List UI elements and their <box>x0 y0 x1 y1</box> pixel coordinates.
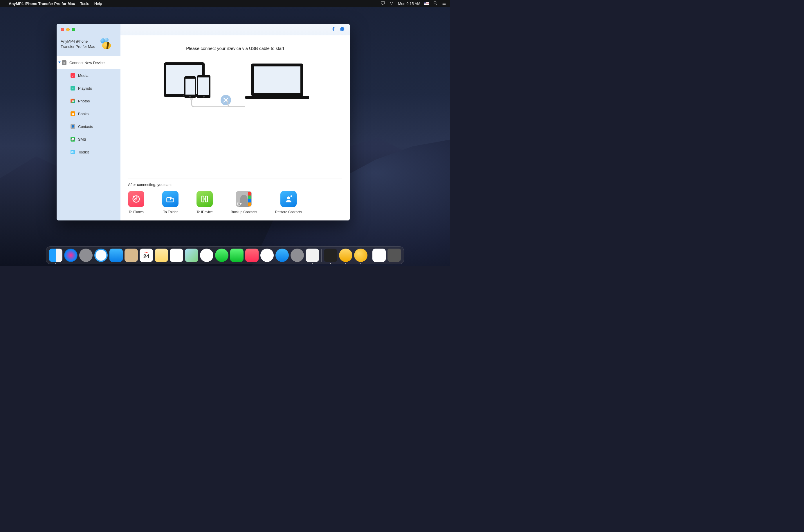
sidebar-item-label: Photos <box>78 99 90 103</box>
svg-point-18 <box>287 196 290 199</box>
dock-siri-icon[interactable] <box>64 249 77 262</box>
dock-app-icon[interactable] <box>339 249 352 262</box>
action-to-itunes[interactable]: To iTunes <box>128 191 144 214</box>
sidebar-item-connect-device[interactable]: ▯ Connect New Device <box>57 56 121 69</box>
action-backup-contacts[interactable]: Backup Contacts <box>231 191 257 214</box>
sidebar-item-label: SMS <box>78 137 86 141</box>
sidebar-item-toolkit[interactable]: 🛍 Toolkit <box>57 146 121 158</box>
dock-trash-icon[interactable] <box>387 249 401 262</box>
sidebar-item-sms[interactable]: 💬 SMS <box>57 133 121 146</box>
sidebar: AnyMP4 iPhone Transfer Pro for Mac ▯ Con… <box>57 24 121 221</box>
dock-reminders-icon[interactable] <box>170 249 183 262</box>
after-title: After connecting, you can: <box>128 183 342 187</box>
sidebar-item-label: Contacts <box>78 125 93 129</box>
svg-rect-13 <box>254 66 300 93</box>
devices-illustration <box>121 59 350 120</box>
action-label: To iDevice <box>197 210 213 214</box>
window-close-button[interactable] <box>61 28 64 31</box>
window-titlebar <box>57 24 121 35</box>
top-strip <box>121 24 350 35</box>
app-brand: AnyMP4 iPhone Transfer Pro for Mac <box>57 35 121 56</box>
playlists-icon: ≡ <box>71 86 75 91</box>
svg-point-0 <box>434 1 436 4</box>
contacts-icon: 👤 <box>71 124 75 129</box>
sms-icon: 💬 <box>71 137 75 141</box>
app-window: AnyMP4 iPhone Transfer Pro for Mac ▯ Con… <box>57 24 350 221</box>
app-title-line1: AnyMP4 iPhone <box>61 39 95 44</box>
status-icon[interactable] <box>389 1 394 6</box>
action-label: To iTunes <box>129 210 144 214</box>
sidebar-item-label: Playlists <box>78 86 92 91</box>
sidebar-item-playlists[interactable]: ≡ Playlists <box>57 82 121 95</box>
action-label: Backup Contacts <box>231 210 257 214</box>
app-logo-icon <box>98 38 112 51</box>
dock-appstore-icon[interactable] <box>275 249 289 262</box>
action-to-folder[interactable]: To Folder <box>162 191 179 214</box>
dock-system-preferences-icon[interactable] <box>291 249 304 262</box>
menubar-item-help[interactable]: Help <box>94 1 102 6</box>
to-idevice-icon <box>197 191 213 207</box>
after-section: After connecting, you can: To iTunes To … <box>121 178 350 221</box>
dock-calendar-icon[interactable]: DEC 24 <box>140 249 153 262</box>
action-label: To Folder <box>163 210 178 214</box>
sidebar-root-label: Connect New Device <box>69 61 105 65</box>
dock-mail-icon[interactable] <box>109 249 123 262</box>
action-to-idevice[interactable]: To iDevice <box>197 191 213 214</box>
to-folder-icon <box>162 191 179 207</box>
restore-contacts-icon <box>280 191 297 207</box>
sidebar-item-books[interactable]: ▣ Books <box>57 107 121 120</box>
sidebar-item-photos[interactable]: ✿ Photos <box>57 95 121 107</box>
dock-anymp4-icon[interactable] <box>354 249 367 262</box>
dock-magnet-icon[interactable] <box>306 249 319 262</box>
dock-finder-icon[interactable] <box>49 249 62 262</box>
svg-rect-8 <box>198 77 209 95</box>
dock-photos-icon[interactable] <box>200 249 213 262</box>
sidebar-item-media[interactable]: ♪ Media <box>57 69 121 82</box>
input-source-flag-icon[interactable] <box>424 2 429 5</box>
toolkit-icon: 🛍 <box>71 150 75 154</box>
connect-message: Please connect your iDevice via USB cabl… <box>186 46 284 51</box>
sidebar-item-contacts[interactable]: 👤 Contacts <box>57 120 121 133</box>
dock-calendar-day: 24 <box>143 254 149 259</box>
sidebar-item-label: Toolkit <box>78 150 89 154</box>
svg-point-6 <box>189 96 191 97</box>
menubar-app-name[interactable]: AnyMP4 iPhone Transfer Pro for Mac <box>9 1 75 6</box>
dock-facetime-icon[interactable] <box>230 249 243 262</box>
photos-icon: ✿ <box>71 99 75 103</box>
dock-contacts-icon[interactable] <box>125 249 138 262</box>
airplay-icon[interactable] <box>381 1 385 6</box>
action-label: Restore Contacts <box>275 210 302 214</box>
dock-itunes-icon[interactable] <box>260 249 274 262</box>
dock-document-icon[interactable] <box>372 249 386 262</box>
dock-news-icon[interactable] <box>245 249 259 262</box>
menubar: AnyMP4 iPhone Transfer Pro for Mac Tools… <box>0 0 450 7</box>
dock-separator <box>321 249 322 262</box>
dock-notes-icon[interactable] <box>155 249 168 262</box>
svg-rect-14 <box>245 96 309 99</box>
window-zoom-button[interactable] <box>72 28 75 31</box>
menubar-clock[interactable]: Mon 9:15 AM <box>398 1 420 6</box>
connect-area: Please connect your iDevice via USB cabl… <box>121 35 350 178</box>
window-minimize-button[interactable] <box>66 28 70 31</box>
dock-maps-icon[interactable] <box>185 249 198 262</box>
menubar-item-tools[interactable]: Tools <box>80 1 89 6</box>
dock-launchpad-icon[interactable] <box>79 249 93 262</box>
svg-rect-5 <box>185 79 195 95</box>
sidebar-item-label: Books <box>78 112 89 116</box>
svg-rect-10 <box>190 98 193 100</box>
dock-messages-icon[interactable] <box>215 249 229 262</box>
main-panel: Please connect your iDevice via USB cabl… <box>121 24 350 221</box>
media-icon: ♪ <box>71 73 75 78</box>
action-restore-contacts[interactable]: Restore Contacts <box>275 191 302 214</box>
svg-point-9 <box>203 96 205 97</box>
device-icon: ▯ <box>62 60 67 65</box>
dock-separator <box>370 249 370 262</box>
notification-center-icon[interactable] <box>442 1 446 6</box>
facebook-icon[interactable] <box>331 27 336 33</box>
sidebar-item-label: Media <box>78 73 88 78</box>
dock: DEC 24 <box>46 246 404 264</box>
feedback-icon[interactable] <box>340 27 345 33</box>
spotlight-icon[interactable] <box>433 1 438 6</box>
dock-safari-icon[interactable] <box>94 249 108 262</box>
dock-terminal-icon[interactable] <box>324 249 337 262</box>
